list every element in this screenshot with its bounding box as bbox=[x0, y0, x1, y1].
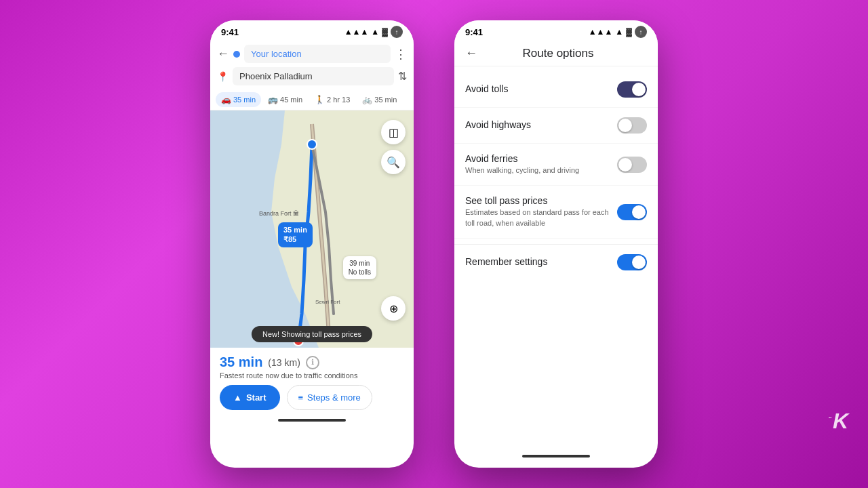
bottom-info: 35 min (13 km) ℹ Fastest route now due t… bbox=[210, 348, 414, 414]
tab-bike[interactable]: 🚲 35 min bbox=[357, 92, 402, 107]
option-avoid-tolls: Avoid tolls bbox=[454, 72, 658, 108]
option-toll-pass: See toll pass prices Estimates based on … bbox=[454, 186, 658, 239]
info-icon[interactable]: ℹ bbox=[306, 356, 319, 369]
status-time-left: 9:41 bbox=[221, 27, 239, 37]
battery-icon-left: ▓ bbox=[382, 27, 388, 37]
transport-tabs: 🚗 35 min 🚌 45 min 🚶 2 hr 13 🚲 35 min bbox=[210, 89, 414, 110]
origin-dot bbox=[233, 51, 240, 58]
home-indicator-left bbox=[210, 414, 414, 426]
tab-transit[interactable]: 🚌 45 min bbox=[262, 92, 308, 107]
home-bar-right bbox=[522, 455, 590, 458]
status-time-right: 9:41 bbox=[465, 27, 483, 37]
home-indicator-right bbox=[454, 450, 658, 462]
avoid-ferries-label: Avoid ferries bbox=[465, 153, 617, 164]
route-cost: ₹85 bbox=[283, 235, 307, 244]
steps-label: Steps & more bbox=[307, 392, 361, 403]
share-icon-top[interactable]: ↑ bbox=[391, 26, 403, 38]
route-duration: 35 min bbox=[220, 354, 262, 370]
more-button[interactable]: ⋮ bbox=[395, 47, 407, 62]
option-remember-settings: Remember settings bbox=[454, 244, 658, 280]
svg-text:Bandra Fort 🏛: Bandra Fort 🏛 bbox=[259, 210, 299, 217]
start-label: Start bbox=[246, 392, 267, 403]
destination-input[interactable] bbox=[233, 67, 394, 85]
phones-container: 9:41 ▲▲▲ ▲ ▓ ↑ ← ⋮ 📍 ⇅ bbox=[210, 20, 658, 468]
my-location-button[interactable]: ⊕ bbox=[381, 296, 406, 321]
left-nav-header: ← ⋮ 📍 ⇅ bbox=[210, 41, 414, 89]
remember-settings-label: Remember settings bbox=[465, 256, 617, 267]
back-button-right[interactable]: ← bbox=[465, 46, 477, 60]
avoid-ferries-knob bbox=[618, 158, 632, 171]
tab-drive[interactable]: 🚗 35 min bbox=[216, 92, 261, 107]
transit-icon: 🚌 bbox=[268, 95, 278, 104]
share-icon-top-right[interactable]: ↑ bbox=[635, 26, 647, 38]
signal-icon-left: ▲▲▲ bbox=[344, 27, 369, 37]
options-list: Avoid tolls Avoid highways Avoid ferries bbox=[454, 66, 658, 285]
origin-row: ← ⋮ bbox=[217, 45, 407, 63]
avoid-highways-toggle[interactable] bbox=[617, 117, 647, 134]
battery-icon-right: ▓ bbox=[626, 27, 632, 37]
svg-point-2 bbox=[307, 140, 317, 149]
tab-walk-label: 2 hr 13 bbox=[327, 96, 350, 104]
phone-right: 9:41 ▲▲▲ ▲ ▓ ↑ ← Route options Avoid tol… bbox=[454, 20, 658, 468]
svg-text:Sewri Fort: Sewri Fort bbox=[315, 299, 340, 305]
avoid-highways-knob bbox=[618, 119, 632, 132]
layers-button[interactable]: ◫ bbox=[381, 120, 406, 144]
remember-settings-knob bbox=[632, 256, 646, 269]
option-avoid-highways: Avoid highways bbox=[454, 108, 658, 144]
origin-input[interactable] bbox=[244, 45, 391, 63]
tab-walk[interactable]: 🚶 2 hr 13 bbox=[309, 92, 355, 107]
map-area: Bandra Fort 🏛 Sewri Fort ◫ 🔍 ⊕ 35 min ₹8… bbox=[210, 110, 414, 348]
steps-icon: ≡ bbox=[298, 392, 304, 403]
status-bar-right: 9:41 ▲▲▲ ▲ ▓ ↑ bbox=[454, 20, 658, 41]
start-icon: ▲ bbox=[233, 392, 242, 403]
route-distance: (13 km) bbox=[268, 357, 300, 368]
status-bar-left: 9:41 ▲▲▲ ▲ ▓ ↑ bbox=[210, 20, 414, 41]
action-buttons: ▲ Start ≡ Steps & more bbox=[220, 385, 404, 410]
tab-bike-label: 35 min bbox=[374, 96, 397, 104]
phone-left: 9:41 ▲▲▲ ▲ ▓ ↑ ← ⋮ 📍 ⇅ bbox=[210, 20, 414, 468]
avoid-highways-label: Avoid highways bbox=[465, 119, 617, 130]
swap-button[interactable]: ⇅ bbox=[398, 70, 407, 83]
avoid-tolls-knob bbox=[632, 83, 646, 96]
back-button-left[interactable]: ← bbox=[217, 47, 229, 61]
toll-pass-toggle[interactable] bbox=[617, 204, 647, 220]
route-label-alt: 39 min No tolls bbox=[343, 256, 376, 279]
bike-icon: 🚲 bbox=[362, 95, 372, 104]
steps-button[interactable]: ≡ Steps & more bbox=[287, 385, 372, 410]
toll-pass-sub: Estimates based on standard pass for eac… bbox=[465, 207, 614, 228]
status-icons-left: ▲▲▲ ▲ ▓ ↑ bbox=[344, 26, 403, 38]
avoid-tolls-label: Avoid tolls bbox=[465, 83, 617, 94]
route-options-header: ← Route options bbox=[454, 41, 658, 66]
toll-toast: New! Showing toll pass prices bbox=[252, 326, 372, 342]
option-avoid-ferries: Avoid ferries When walking, cycling, and… bbox=[454, 144, 658, 186]
wifi-icon-left: ▲ bbox=[371, 27, 379, 37]
alt-route-time: 39 min bbox=[349, 259, 371, 268]
destination-pin-icon: 📍 bbox=[217, 71, 229, 82]
status-icons-right: ▲▲▲ ▲ ▓ ↑ bbox=[589, 26, 647, 38]
watermark: ··K bbox=[828, 409, 848, 434]
home-bar-left bbox=[278, 419, 346, 422]
remember-settings-toggle[interactable] bbox=[617, 254, 647, 270]
page-title: Route options bbox=[486, 47, 631, 60]
walk-icon: 🚶 bbox=[315, 95, 325, 104]
route-time: 35 min bbox=[283, 225, 307, 235]
destination-row: 📍 ⇅ bbox=[217, 67, 407, 85]
search-button[interactable]: 🔍 bbox=[381, 150, 406, 174]
avoid-ferries-toggle[interactable] bbox=[617, 157, 647, 173]
route-note: Fastest route now due to traffic conditi… bbox=[220, 371, 404, 380]
drive-icon: 🚗 bbox=[221, 95, 231, 104]
wifi-icon-right: ▲ bbox=[615, 27, 623, 37]
toll-pass-label: See toll pass prices bbox=[465, 195, 617, 206]
avoid-ferries-sub: When walking, cycling, and driving bbox=[465, 165, 614, 176]
time-distance-row: 35 min (13 km) ℹ bbox=[220, 354, 404, 370]
alt-route-note: No tolls bbox=[349, 268, 371, 277]
tab-transit-label: 45 min bbox=[280, 96, 302, 104]
signal-icon-right: ▲▲▲ bbox=[589, 27, 613, 37]
start-button[interactable]: ▲ Start bbox=[220, 385, 280, 410]
tab-drive-label: 35 min bbox=[233, 96, 256, 104]
avoid-tolls-toggle[interactable] bbox=[617, 81, 647, 98]
route-label-primary: 35 min ₹85 bbox=[278, 222, 313, 247]
toll-pass-knob bbox=[632, 205, 646, 219]
